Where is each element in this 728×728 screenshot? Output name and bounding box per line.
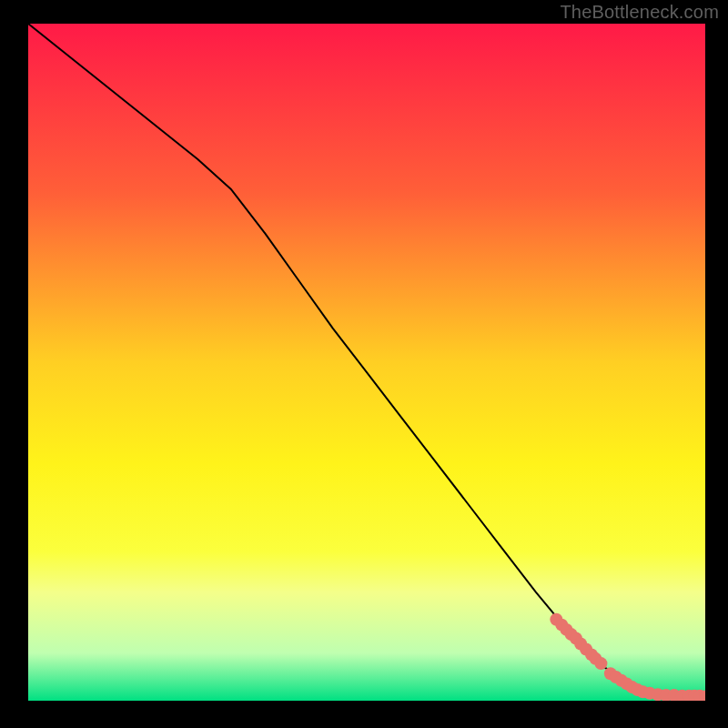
chart-frame: TheBottleneck.com [0,0,728,728]
watermark-label: TheBottleneck.com [560,2,719,23]
plot-area [28,24,705,701]
chart-svg [28,24,705,701]
gradient-background [28,24,705,701]
scatter-point [594,657,607,670]
